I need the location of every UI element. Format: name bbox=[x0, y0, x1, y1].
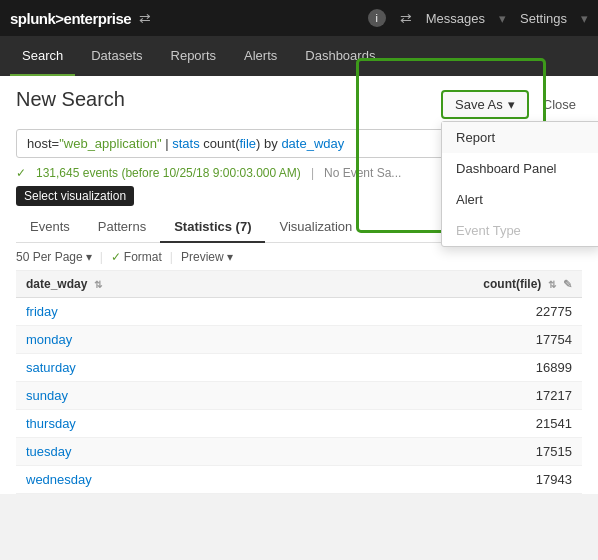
cell-date-wday: monday bbox=[16, 326, 281, 354]
table-row: friday22775 bbox=[16, 298, 582, 326]
splunk-logo: splunk>enterprise bbox=[10, 10, 131, 27]
main-navbar: Search Datasets Reports Alerts Dashboard… bbox=[0, 36, 598, 76]
per-page-button[interactable]: 50 Per Page ▾ bbox=[16, 250, 92, 264]
cell-date-wday: tuesday bbox=[16, 438, 281, 466]
cell-date-wday: friday bbox=[16, 298, 281, 326]
cell-count-file: 17943 bbox=[281, 466, 582, 494]
date-wday-link[interactable]: sunday bbox=[26, 388, 68, 403]
date-wday-link[interactable]: friday bbox=[26, 304, 58, 319]
search-query: host="web_application" | stats count(fil… bbox=[27, 136, 344, 151]
splunk-suffix: enterprise bbox=[64, 10, 132, 27]
event-count: 131,645 events (before 10/25/18 9:00:03.… bbox=[36, 166, 301, 180]
sidebar-item-alerts[interactable]: Alerts bbox=[232, 36, 289, 76]
tab-visualization[interactable]: Visualization bbox=[265, 212, 366, 243]
top-navbar: splunk>enterprise ⇄ i ⇄ Messages ▾ Setti… bbox=[0, 0, 598, 36]
settings-menu[interactable]: Settings bbox=[520, 11, 567, 26]
table-row: tuesday17515 bbox=[16, 438, 582, 466]
sort-icon-count-file[interactable]: ⇅ bbox=[548, 279, 556, 290]
col-header-date-wday: date_wday ⇅ bbox=[16, 271, 281, 298]
sidebar-item-reports[interactable]: Reports bbox=[159, 36, 229, 76]
date-wday-link[interactable]: monday bbox=[26, 332, 72, 347]
date-wday-link[interactable]: wednesday bbox=[26, 472, 92, 487]
table-row: monday17754 bbox=[16, 326, 582, 354]
cell-date-wday: saturday bbox=[16, 354, 281, 382]
sidebar-item-datasets[interactable]: Datasets bbox=[79, 36, 154, 76]
dropdown-item-event-type: Event Type bbox=[442, 215, 598, 246]
cell-count-file: 17217 bbox=[281, 382, 582, 410]
table-row: saturday16899 bbox=[16, 354, 582, 382]
sidebar-item-dashboards[interactable]: Dashboards bbox=[293, 36, 387, 76]
table-row: wednesday17943 bbox=[16, 466, 582, 494]
date-wday-link[interactable]: tuesday bbox=[26, 444, 72, 459]
statistics-table: date_wday ⇅ count(file) ⇅ ✎ friday22775m… bbox=[16, 271, 582, 494]
cell-date-wday: thursday bbox=[16, 410, 281, 438]
toolbar-left: ✓ 131,645 events (before 10/25/18 9:00:0… bbox=[16, 166, 401, 180]
save-as-wrapper: Save As ▾ Report Dashboard Panel Alert E… bbox=[441, 90, 529, 119]
page-title: New Search bbox=[16, 88, 125, 111]
col-header-count-file: count(file) ⇅ ✎ bbox=[281, 271, 582, 298]
tab-patterns[interactable]: Patterns bbox=[84, 212, 160, 243]
table-row: thursday21541 bbox=[16, 410, 582, 438]
cell-date-wday: wednesday bbox=[16, 466, 281, 494]
messages-chevron: ▾ bbox=[499, 11, 506, 26]
sub-toolbar: 50 Per Page ▾ | ✓ Format | Preview ▾ bbox=[16, 243, 582, 271]
nav-icon-left[interactable]: ⇄ bbox=[139, 10, 151, 26]
activity-icon[interactable]: ⇄ bbox=[400, 10, 412, 26]
top-nav-right: i ⇄ Messages ▾ Settings ▾ bbox=[368, 9, 588, 27]
messages-menu[interactable]: Messages bbox=[426, 11, 485, 26]
table-row: sunday17217 bbox=[16, 382, 582, 410]
top-nav-left: splunk>enterprise ⇄ bbox=[10, 10, 151, 27]
cell-count-file: 16899 bbox=[281, 354, 582, 382]
cell-count-file: 21541 bbox=[281, 410, 582, 438]
sort-icon-date-wday[interactable]: ⇅ bbox=[94, 279, 102, 290]
tab-statistics[interactable]: Statistics (7) bbox=[160, 212, 265, 243]
settings-chevron: ▾ bbox=[581, 11, 588, 26]
per-page-chevron: ▾ bbox=[86, 250, 92, 264]
preview-button[interactable]: Preview ▾ bbox=[181, 250, 233, 264]
close-button[interactable]: Close bbox=[537, 93, 582, 116]
save-as-dropdown: Report Dashboard Panel Alert Event Type bbox=[441, 121, 598, 247]
cell-count-file: 22775 bbox=[281, 298, 582, 326]
cell-count-file: 17515 bbox=[281, 438, 582, 466]
format-check-icon: ✓ bbox=[111, 250, 121, 264]
page-content: New Search Save As ▾ Report Dashboard Pa… bbox=[0, 76, 598, 494]
no-event-label: No Event Sa... bbox=[324, 166, 401, 180]
preview-chevron: ▾ bbox=[227, 250, 233, 264]
splunk-brand: splunk> bbox=[10, 10, 64, 27]
edit-icon-count-file[interactable]: ✎ bbox=[563, 278, 572, 290]
save-as-button[interactable]: Save As ▾ bbox=[441, 90, 529, 119]
dropdown-item-dashboard-panel[interactable]: Dashboard Panel bbox=[442, 153, 598, 184]
dropdown-item-alert[interactable]: Alert bbox=[442, 184, 598, 215]
cell-count-file: 17754 bbox=[281, 326, 582, 354]
info-badge[interactable]: i bbox=[368, 9, 386, 27]
date-wday-link[interactable]: thursday bbox=[26, 416, 76, 431]
sidebar-item-search[interactable]: Search bbox=[10, 36, 75, 76]
check-icon: ✓ bbox=[16, 166, 26, 180]
dropdown-item-report[interactable]: Report bbox=[442, 122, 598, 153]
date-wday-link[interactable]: saturday bbox=[26, 360, 76, 375]
table-header-row: date_wday ⇅ count(file) ⇅ ✎ bbox=[16, 271, 582, 298]
tab-events[interactable]: Events bbox=[16, 212, 84, 243]
format-button[interactable]: ✓ Format bbox=[111, 250, 162, 264]
viz-tooltip: Select visualization bbox=[16, 186, 134, 206]
save-as-chevron: ▾ bbox=[508, 97, 515, 112]
cell-date-wday: sunday bbox=[16, 382, 281, 410]
